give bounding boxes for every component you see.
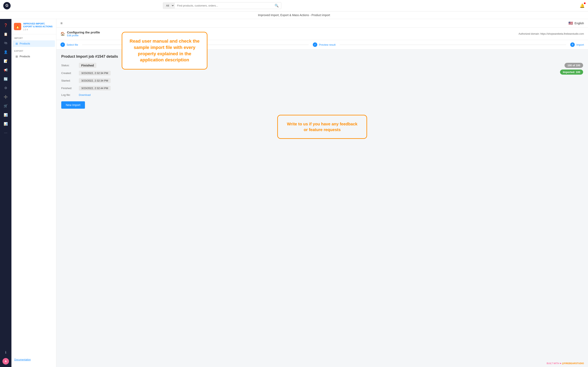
nav-icon-help[interactable]: ❓ xyxy=(2,21,9,29)
sidebar-item-export-products[interactable]: ⊞ Products xyxy=(13,53,55,60)
notification-badge xyxy=(584,2,586,4)
page-title-bar: Improved Import, Export & Mass Actions -… xyxy=(0,11,588,19)
stat-imported: Imported: 100 xyxy=(560,69,583,75)
export-products-icon: ⊞ xyxy=(16,55,18,58)
config-title: Configuring the profile xyxy=(67,31,100,34)
search-filter-select[interactable]: All xyxy=(163,3,174,8)
nav-icon-add[interactable]: ➕ xyxy=(2,93,9,100)
wizard-step-select-file[interactable]: ✓ Select file xyxy=(61,42,78,47)
plugin-logo-icon: 🔥 xyxy=(15,24,20,29)
import-products-icon: ⊞ xyxy=(16,42,18,45)
nav-icon-products[interactable]: 🛍 xyxy=(2,39,9,47)
step-label-select-file: Select file xyxy=(67,43,78,46)
flag-icon: 🇺🇸 xyxy=(568,21,573,25)
built-with-footer: BUILT WITH ♥ @FIREBEARSTUDIO xyxy=(547,362,584,365)
wizard-step-import[interactable]: 4 Import xyxy=(570,42,584,47)
home-icon: 🏠 xyxy=(61,32,65,36)
documentation-link[interactable]: Documentation xyxy=(14,358,31,361)
main-area: ❓ 📋 🛍 👤 📝 📢 🔄 ⚙ ➕ 🛒 📊 📊 ⋯ ℹ A xyxy=(0,19,588,367)
left-nav-icons: ❓ 📋 🛍 👤 📝 📢 🔄 ⚙ ➕ 🛒 📊 📊 ⋯ xyxy=(2,21,9,136)
import-section-label: IMPORT xyxy=(11,34,56,40)
nav-icon-shop[interactable]: 🛒 xyxy=(2,102,9,109)
language-label: English xyxy=(575,22,584,25)
created-value: 3/23/2022, 2:32:34 PM xyxy=(79,71,111,75)
content-area: ≡ 🇺🇸 English 🏠 Configuring the profile E… xyxy=(56,19,588,367)
config-bar-left: 🏠 Configuring the profile Edit profile xyxy=(61,31,100,37)
job-fields: Status: Finished Created: 3/23/2022, 2:3… xyxy=(61,63,111,96)
job-stats: 100 of 100 Imported: 100 xyxy=(560,63,583,75)
step-check-select-file: ✓ xyxy=(61,42,65,47)
top-bar-right: 🔔 xyxy=(580,3,585,8)
started-label: Started: xyxy=(61,79,76,82)
left-nav-bottom: ℹ A xyxy=(2,349,9,365)
nav-icon-orders[interactable]: 📋 xyxy=(2,30,9,38)
job-field-log: Log file: Download xyxy=(61,93,111,96)
logo-letter: G xyxy=(6,3,8,8)
nav-icon-reports[interactable]: 📊 xyxy=(2,120,9,127)
callout-box: Read user manual and check the sample im… xyxy=(122,32,208,69)
finished-value: 3/23/2022, 2:32:44 PM xyxy=(79,86,111,91)
nav-icon-customers[interactable]: 👤 xyxy=(2,48,9,56)
job-field-status: Status: Finished xyxy=(61,63,111,68)
job-field-finished: Finished: 3/23/2022, 2:32:44 PM xyxy=(61,86,111,91)
nav-icon-marketing[interactable]: 📢 xyxy=(2,66,9,74)
built-with-label: BUILT WITH xyxy=(547,362,559,365)
wizard-divider-2 xyxy=(340,45,566,45)
plugin-topbar: ≡ 🇺🇸 English xyxy=(56,19,588,28)
notification-bell-icon[interactable]: 🔔 xyxy=(580,3,585,8)
shopware-logo: G xyxy=(3,2,11,9)
step-check-preview: ✓ xyxy=(313,42,317,47)
authorized-domain-value: https://shopwarebeta.firebearstudio.com xyxy=(540,33,584,35)
import-products-label: Products xyxy=(20,42,30,45)
nav-icon-content[interactable]: 📝 xyxy=(2,57,9,65)
sidebar-item-import-products[interactable]: ⊞ Products xyxy=(13,40,55,47)
search-input[interactable] xyxy=(174,3,272,8)
plugin-logo: 🔥 xyxy=(14,23,21,30)
new-import-button[interactable]: New Import xyxy=(61,101,85,109)
job-field-started: Started: 3/23/2022, 2:32:34 PM xyxy=(61,78,111,83)
hamburger-menu-icon[interactable]: ≡ xyxy=(61,21,63,25)
brand-name: @FIREBEARSTUDIO xyxy=(562,362,584,365)
plugin-version: 1 0 4 xyxy=(23,29,54,31)
nav-icon-analytics[interactable]: 📊 xyxy=(2,111,9,118)
wizard-steps: ✓ Select file ✓ Preview result 4 Import … xyxy=(56,40,588,50)
step-label-preview: Preview result xyxy=(319,43,336,46)
edit-profile-link[interactable]: Edit profile xyxy=(67,34,100,37)
stat-total: 100 of 100 xyxy=(564,63,583,68)
download-link[interactable]: Download xyxy=(79,93,91,96)
step-label-import: Import xyxy=(576,43,584,46)
language-selector[interactable]: 🇺🇸 English xyxy=(568,21,584,25)
page-title: Improved Import, Export & Mass Actions -… xyxy=(258,13,330,17)
authorized-domain: Authorized domain: https://shopwarebeta.… xyxy=(519,33,584,35)
top-bar: G All 🔍 🔔 xyxy=(0,0,588,11)
export-products-label: Products xyxy=(20,55,30,58)
nav-icon-sync[interactable]: 🔄 xyxy=(2,75,9,83)
plugin-sidebar: 🔥 IMPROVED IMPORT, EXPORT & MASS ACTIONS… xyxy=(11,19,56,367)
created-label: Created: xyxy=(61,72,76,75)
feedback-callout[interactable]: Write to us if you have any feedback or … xyxy=(277,115,367,139)
plugin-title: IMPROVED IMPORT, EXPORT & MASS ACTIONS xyxy=(23,22,54,28)
job-field-created: Created: 3/23/2022, 2:32:34 PM xyxy=(61,71,111,75)
user-avatar[interactable]: A xyxy=(2,358,9,365)
sidebar-footer: Documentation xyxy=(11,355,56,364)
started-value: 3/23/2022, 2:32:34 PM xyxy=(79,78,111,83)
left-nav: ❓ 📋 🛍 👤 📝 📢 🔄 ⚙ ➕ 🛒 📊 📊 ⋯ ℹ A xyxy=(0,19,11,367)
global-search-bar: All 🔍 xyxy=(163,2,281,9)
status-value: Finished xyxy=(79,63,96,68)
export-section-label: EXPORT xyxy=(11,47,56,53)
authorized-domain-label: Authorized domain: xyxy=(519,33,540,35)
nav-icon-info[interactable]: ℹ xyxy=(2,349,9,356)
feedback-text: Write to us if you have any feedback or … xyxy=(286,121,358,133)
finished-label: Finished: xyxy=(61,87,76,90)
step-num-import: 4 xyxy=(570,42,575,47)
status-label: Status: xyxy=(61,64,76,67)
plugin-header: 🔥 IMPROVED IMPORT, EXPORT & MASS ACTIONS… xyxy=(11,19,56,34)
log-label: Log file: xyxy=(61,93,76,96)
nav-icon-settings[interactable]: ⚙ xyxy=(2,84,9,92)
nav-icon-more[interactable]: ⋯ xyxy=(2,129,9,136)
wizard-step-preview[interactable]: ✓ Preview result xyxy=(313,42,336,47)
callout-text: Read user manual and check the sample im… xyxy=(129,38,200,63)
search-submit-button[interactable]: 🔍 xyxy=(272,2,281,9)
